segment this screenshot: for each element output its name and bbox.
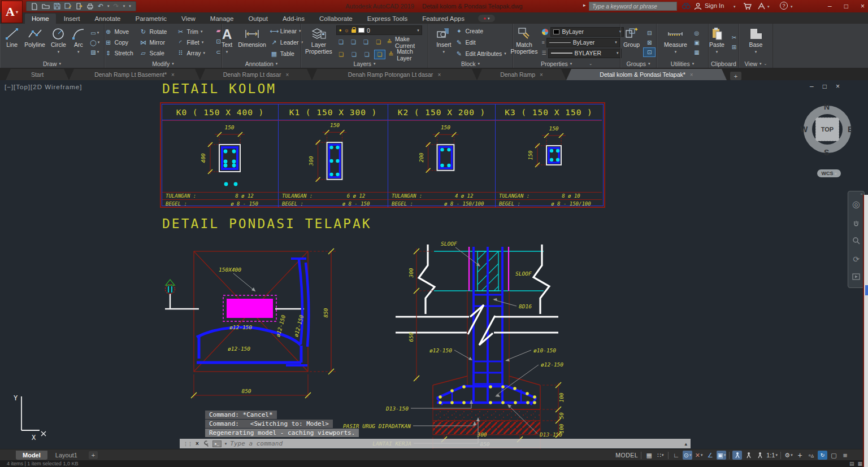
leader-button[interactable]: ↗Leader▾: [270, 37, 303, 48]
copy-button[interactable]: ⊞Copy: [105, 37, 138, 48]
autodesk-share-icon[interactable]: [757, 2, 766, 10]
linetype-dropdown[interactable]: ByLayer▾: [546, 38, 620, 47]
clean-screen-icon[interactable]: ▢: [829, 451, 839, 460]
layer-color-swatch[interactable]: [358, 28, 364, 33]
file-tab-basement[interactable]: Denah Ramp Lt Basement*×: [69, 69, 200, 80]
layer-dropdown-icon[interactable]: ▾: [417, 28, 419, 33]
close-tab-icon[interactable]: ×: [540, 72, 543, 78]
tab-express-tools[interactable]: Express Tools: [361, 14, 414, 24]
rotate-button[interactable]: ↻Rotate: [140, 27, 176, 37]
close-tab-icon[interactable]: ×: [171, 72, 175, 78]
stretch-button[interactable]: ⇕Stretch: [105, 48, 138, 59]
export-icon[interactable]: [76, 3, 83, 10]
model-tab[interactable]: Model: [16, 451, 47, 460]
open-folder-icon[interactable]: [42, 3, 50, 10]
ortho-toggle-icon[interactable]: ∟: [671, 451, 681, 460]
scale-value-button[interactable]: 1:1▾: [766, 451, 778, 460]
layer-freeze-icon[interactable]: ☼: [344, 27, 349, 33]
measure-button[interactable]: Measure▾: [662, 25, 689, 59]
paste-button[interactable]: Paste▾: [708, 25, 726, 59]
copy-clip-icon[interactable]: ⊞: [728, 43, 740, 51]
scrollbar-thumb[interactable]: [865, 285, 868, 295]
command-line-bar[interactable]: ⋮⋮ × ▸_ ▾ ▴: [180, 439, 691, 448]
isolate-objects-icon[interactable]: ▫▵: [806, 451, 816, 460]
layer-properties-button[interactable]: LayerProperties: [303, 25, 334, 60]
text-button[interactable]: AText▾: [220, 25, 234, 59]
tab-home[interactable]: Home: [25, 14, 56, 24]
command-prompt-icon[interactable]: ▸_: [212, 440, 222, 447]
polyline-button[interactable]: Polyline: [23, 25, 47, 59]
make-current-button[interactable]: ≙Make Current: [386, 37, 426, 47]
plot-icon[interactable]: [86, 3, 94, 10]
clipboard-panel-label[interactable]: Clipboard: [709, 59, 739, 68]
grid-toggle-icon[interactable]: ▦: [644, 451, 654, 460]
command-expand-icon[interactable]: ▴: [684, 441, 687, 447]
match-properties-button[interactable]: MatchProperties: [509, 25, 540, 59]
layer-on-icon[interactable]: ●: [339, 28, 342, 33]
match-layer-button[interactable]: ≙Match Layer: [388, 49, 426, 60]
calculator-icon[interactable]: ▦: [691, 48, 702, 56]
block-panel-label[interactable]: Block▾: [428, 59, 513, 68]
base-button[interactable]: Base▾: [748, 25, 765, 59]
window-maximize-button[interactable]: □: [844, 2, 848, 10]
layer-thaw-icon[interactable]: ❏: [349, 50, 359, 59]
id-point-icon[interactable]: ◎: [691, 29, 702, 37]
crosshair-plus-icon[interactable]: +: [795, 451, 805, 460]
array-button[interactable]: ⠿Array▾: [177, 48, 212, 59]
circle-button[interactable]: Circle▾: [49, 25, 68, 59]
file-tab-denah-ramp[interactable]: Denah Ramp×: [477, 69, 566, 80]
arc-button[interactable]: Arc▾: [70, 25, 87, 59]
layers-panel-label[interactable]: Layers▾: [301, 60, 428, 68]
sign-in-button[interactable]: Sign In: [705, 2, 724, 9]
tab-add-ins[interactable]: Add-ins: [276, 14, 311, 24]
snap-toggle-icon[interactable]: ∷▾: [656, 451, 665, 460]
tab-view[interactable]: View: [175, 14, 202, 24]
properties-panel-label[interactable]: Properties▾⌄: [513, 59, 620, 68]
autoscale-icon[interactable]: [744, 451, 753, 460]
layer-walk-icon[interactable]: ❏: [375, 50, 385, 59]
properties-expand-icon[interactable]: ⌄: [589, 62, 592, 66]
tab-output[interactable]: Output: [241, 14, 275, 24]
tab-collaborate[interactable]: Collaborate: [313, 14, 359, 24]
object-snap-icon[interactable]: ▣▾: [717, 451, 726, 460]
quick-select-icon[interactable]: ▣: [691, 38, 702, 47]
file-tab-dasar[interactable]: Denah Ramp Lt dasar×: [200, 69, 312, 80]
layer-lock-icon[interactable]: [351, 29, 356, 33]
groups-panel-label[interactable]: Groups▾: [620, 59, 656, 68]
undo-dropdown-icon[interactable]: ▾: [107, 4, 110, 8]
search-binoculars-icon[interactable]: [682, 2, 691, 10]
tab-featured-apps[interactable]: Featured Apps: [415, 14, 471, 24]
group-button[interactable]: Group: [622, 25, 641, 59]
window-minimize-button[interactable]: –: [828, 2, 832, 10]
search-input[interactable]: [589, 2, 677, 11]
app-menu-button[interactable]: A▾: [1, 1, 23, 23]
new-file-icon[interactable]: [31, 3, 38, 10]
customization-menu-icon[interactable]: ≡: [840, 451, 850, 460]
close-tab-icon[interactable]: ×: [285, 72, 289, 78]
tab-parametric[interactable]: Parametric: [129, 14, 174, 24]
linear-button[interactable]: ⟷Linear▾: [270, 26, 303, 37]
model-space-button[interactable]: MODEL: [615, 451, 638, 460]
line-button[interactable]: Line: [3, 25, 20, 59]
connect-pill[interactable]: ●▾: [478, 15, 495, 22]
annotation-panel-label[interactable]: Annotation▾: [222, 59, 301, 68]
group-edit-icon[interactable]: ⊠: [644, 38, 655, 47]
ungroup-icon[interactable]: ⊟: [644, 29, 655, 37]
hatch-tool-icon[interactable]: ▨▾: [89, 48, 101, 56]
layer-on2-icon[interactable]: ❏: [336, 50, 346, 59]
fillet-button[interactable]: ◜Fillet▾: [177, 37, 212, 48]
workspace-gear-icon[interactable]: ⚙▾: [784, 451, 793, 460]
annotation-visibility-icon[interactable]: [732, 451, 742, 460]
save-icon[interactable]: [54, 3, 60, 10]
isodraft-icon[interactable]: ✕▾: [694, 451, 704, 460]
scale-button[interactable]: ▱Scale: [140, 48, 176, 59]
lineweight-dropdown[interactable]: BYLAYER▾: [548, 49, 622, 58]
app-store-cart-icon[interactable]: [743, 2, 752, 10]
new-layout-button[interactable]: +: [89, 451, 98, 459]
command-close-icon[interactable]: ×: [196, 440, 199, 447]
command-input[interactable]: [230, 440, 681, 447]
view-panel-label[interactable]: View▾⌄: [739, 59, 772, 68]
drawing-canvas[interactable]: [−][Top][2D Wireframe] – □ × DETAIL KOLO…: [0, 80, 868, 449]
layer-isolate-icon[interactable]: ❏: [349, 38, 358, 46]
table-button[interactable]: ▦Table: [270, 49, 303, 59]
